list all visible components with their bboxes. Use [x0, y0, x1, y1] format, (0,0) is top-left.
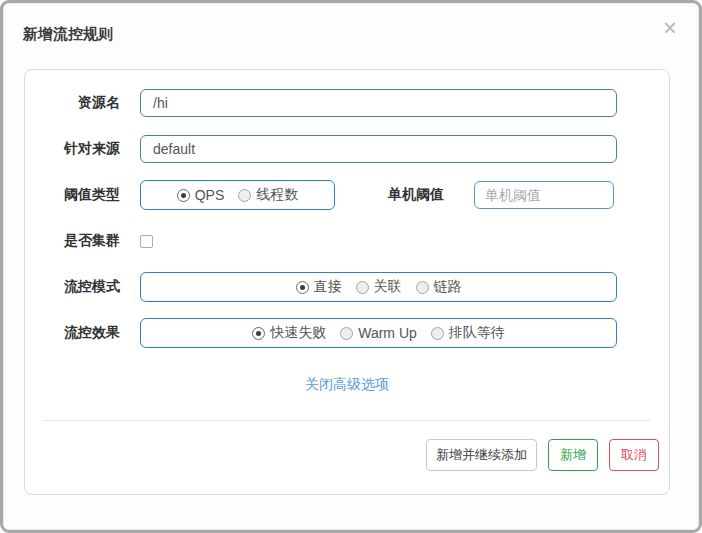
threshold-input[interactable]: [474, 181, 614, 209]
limit-app-row: 针对来源: [25, 135, 669, 163]
radio-icon: [340, 327, 353, 340]
radio-icon: [416, 281, 429, 294]
radio-label: 直接: [314, 278, 342, 296]
cancel-button[interactable]: 取消: [609, 439, 659, 471]
radio-behavior-fail-fast[interactable]: 快速失败: [252, 324, 326, 342]
behavior-radio-group: 快速失败 Warm Up 排队等待: [140, 318, 617, 348]
cluster-checkbox[interactable]: [140, 235, 153, 248]
radio-icon: [252, 327, 265, 340]
radio-strategy-relate[interactable]: 关联: [356, 278, 402, 296]
advanced-link-row: 关闭高级选项: [25, 375, 669, 394]
behavior-row: 流控效果 快速失败 Warm Up 排队等待: [25, 319, 669, 347]
radio-strategy-direct[interactable]: 直接: [296, 278, 342, 296]
cluster-label: 是否集群: [25, 232, 120, 250]
dialog-title: 新增流控规则: [23, 25, 113, 44]
radio-icon: [431, 327, 444, 340]
radio-icon: [238, 189, 251, 202]
dialog-footer: 新增并继续添加 新增 取消: [25, 421, 669, 471]
grade-radio-group: QPS 线程数: [140, 180, 335, 210]
add-button[interactable]: 新增: [548, 439, 598, 471]
radio-label: Warm Up: [358, 325, 417, 341]
grade-row: 阈值类型 QPS 线程数 单机阈值: [25, 181, 669, 209]
radio-grade-qps[interactable]: QPS: [177, 187, 225, 203]
radio-grade-thread[interactable]: 线程数: [238, 186, 298, 204]
radio-behavior-queue[interactable]: 排队等待: [431, 324, 505, 342]
grade-label: 阈值类型: [25, 186, 120, 204]
strategy-row: 流控模式 直接 关联 链路: [25, 273, 669, 301]
radio-label: 关联: [374, 278, 402, 296]
threshold-label: 单机阈值: [388, 186, 444, 204]
radio-label: 排队等待: [449, 324, 505, 342]
radio-label: 快速失败: [270, 324, 326, 342]
radio-strategy-chain[interactable]: 链路: [416, 278, 462, 296]
toggle-advanced-link[interactable]: 关闭高级选项: [305, 376, 389, 392]
resource-label: 资源名: [25, 94, 120, 112]
add-and-continue-button[interactable]: 新增并继续添加: [426, 439, 537, 471]
limit-app-input[interactable]: [140, 135, 617, 163]
add-flow-rule-dialog: 新增流控规则 × 资源名 针对来源 阈值类型 QPS 线程数: [0, 0, 702, 533]
form-panel: 资源名 针对来源 阈值类型 QPS 线程数 单机阈值: [24, 69, 670, 495]
behavior-label: 流控效果: [25, 324, 120, 342]
radio-label: 线程数: [256, 186, 298, 204]
resource-input[interactable]: [140, 89, 617, 117]
strategy-label: 流控模式: [25, 278, 120, 296]
radio-label: 链路: [434, 278, 462, 296]
radio-label: QPS: [195, 187, 225, 203]
strategy-radio-group: 直接 关联 链路: [140, 272, 617, 302]
radio-behavior-warm-up[interactable]: Warm Up: [340, 325, 417, 341]
resource-row: 资源名: [25, 89, 669, 117]
close-icon[interactable]: ×: [657, 15, 683, 41]
radio-icon: [296, 281, 309, 294]
limit-app-label: 针对来源: [25, 140, 120, 158]
radio-icon: [356, 281, 369, 294]
cluster-row: 是否集群: [25, 227, 669, 255]
radio-icon: [177, 189, 190, 202]
